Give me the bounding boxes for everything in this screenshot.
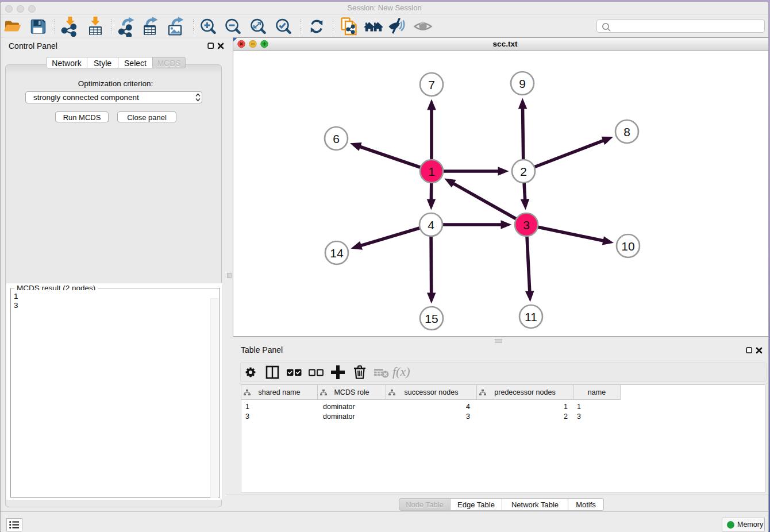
svg-text:2: 2 [520, 165, 527, 178]
svg-text:11: 11 [525, 310, 537, 323]
svg-text:4: 4 [428, 218, 434, 232]
svg-text:9: 9 [519, 77, 526, 90]
svg-text:15: 15 [425, 312, 438, 325]
svg-text:3: 3 [523, 218, 530, 232]
svg-text:7: 7 [428, 78, 435, 91]
svg-text:10: 10 [621, 240, 634, 253]
svg-text:1: 1 [428, 165, 435, 178]
svg-text:14: 14 [330, 246, 344, 260]
svg-text:8: 8 [623, 125, 630, 138]
svg-text:6: 6 [333, 132, 340, 145]
